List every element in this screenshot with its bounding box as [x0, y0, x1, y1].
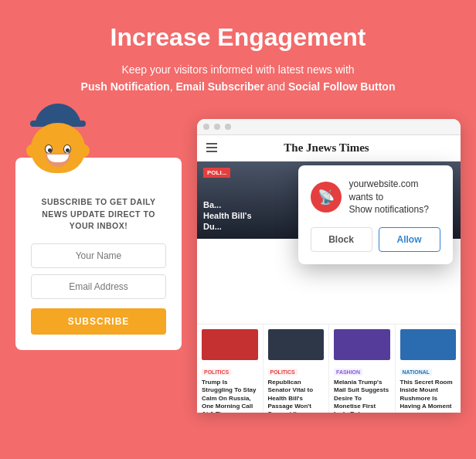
subtitle-email: Email Subscriber — [175, 80, 264, 93]
card-1-thumb — [202, 329, 258, 360]
card-2-tag: POLITICS — [268, 369, 298, 376]
card-3-tag: FASHION — [334, 369, 362, 376]
header-section: Increase Engagement Keep your visitors i… — [0, 0, 476, 111]
subtitle-and: and — [264, 80, 288, 93]
monkey-mouth-area — [46, 153, 70, 167]
browser-dot-3 — [225, 124, 231, 130]
subtitle-text1: Keep your visitors informed with latest … — [121, 63, 354, 76]
card-3-title: Melania Trump's Mail Suit Suggests Desir… — [334, 379, 390, 413]
mailchimp-mascot — [23, 104, 93, 173]
hero-headline: Ba...Health Bill'sDu... — [203, 199, 252, 233]
browser-toolbar — [197, 119, 461, 135]
browser-dot-2 — [214, 124, 220, 130]
name-input[interactable] — [31, 243, 166, 268]
wifi-signal-icon: 📡 — [318, 189, 335, 206]
card-4-tag: NATIONAL — [400, 369, 433, 376]
monkey-eye-left — [45, 144, 53, 154]
block-button[interactable]: Block — [311, 227, 372, 252]
popup-message: yourwebsite.com wants to Show notificati… — [349, 178, 440, 216]
card-4-thumb — [400, 329, 457, 360]
browser-mockup: The Jnews Times POLI... Ba...Health Bill… — [197, 119, 461, 413]
card-2-thumb — [268, 329, 325, 360]
header-subtitle: Keep your visitors informed with latest … — [31, 61, 445, 96]
news-header: The Jnews Times — [197, 135, 461, 162]
news-site-title: The Jnews Times — [284, 141, 369, 155]
news-cards-row: POLITICS Trump Is Struggling To Stay Cal… — [197, 324, 461, 413]
notification-icon: 📡 — [311, 182, 342, 212]
browser-dot-1 — [203, 124, 209, 130]
hero-tag: POLI... — [203, 168, 230, 178]
allow-button[interactable]: Allow — [379, 227, 440, 252]
card-3-thumb — [334, 329, 390, 360]
monkey-eye-right — [63, 144, 71, 154]
monkey-pupil-right — [66, 148, 70, 152]
card-2-title: Republican Senator Vital to Health Bill'… — [268, 379, 325, 413]
subtitle-push: Push Notification — [81, 80, 170, 93]
email-input[interactable] — [31, 274, 166, 299]
news-card-3: FASHION Melania Trump's Mail Suit Sugges… — [329, 325, 396, 413]
card-1-tag: POLITICS — [202, 369, 231, 376]
monkey-teeth — [47, 155, 69, 162]
notification-popup: 📡 yourwebsite.com wants to Show notifica… — [298, 165, 453, 264]
card-4-title: This Secret Room Inside Mount Rushmore I… — [400, 379, 457, 411]
subscribe-button[interactable]: SUBSCRIBE — [31, 308, 166, 335]
news-card-1: POLITICS Trump Is Struggling To Stay Cal… — [197, 325, 264, 413]
news-card-4: NATIONAL This Secret Room Inside Mount R… — [396, 325, 461, 413]
page-title: Increase Engagement — [31, 23, 445, 52]
news-card-2: POLITICS Republican Senator Vital to Hea… — [264, 325, 330, 413]
monkey-pupil-left — [48, 148, 52, 152]
subscribe-panel: SUBSCRIBE TO GET DAILY NEWS UPDATE DIREC… — [15, 158, 182, 350]
subtitle-social: Social Follow Button — [288, 80, 395, 93]
hamburger-icon[interactable] — [206, 143, 217, 152]
card-1-title: Trump Is Struggling To Stay Calm On Russ… — [202, 379, 258, 413]
monkey-face — [31, 123, 85, 173]
subscribe-heading: SUBSCRIBE TO GET DAILY NEWS UPDATE DIREC… — [31, 196, 166, 233]
